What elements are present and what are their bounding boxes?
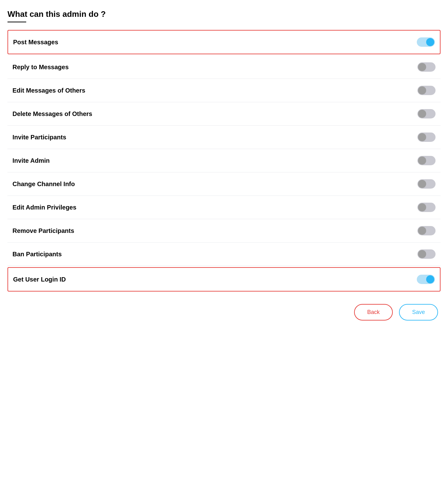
toggle-edit-admin-privileges[interactable] [417, 203, 436, 212]
toggle-remove-participants[interactable] [417, 226, 436, 235]
permission-item-edit-messages-of-others: Edit Messages of Others [7, 79, 441, 102]
permission-label-invite-participants: Invite Participants [12, 134, 66, 141]
toggle-edit-messages-of-others[interactable] [417, 86, 436, 95]
permission-item-get-user-login-id: Get User Login ID [7, 267, 441, 292]
footer-buttons: Back Save [7, 304, 441, 321]
permission-label-post-messages: Post Messages [13, 39, 58, 46]
back-button[interactable]: Back [354, 304, 393, 321]
permission-label-get-user-login-id: Get User Login ID [13, 276, 66, 283]
permission-item-invite-participants: Invite Participants [7, 126, 441, 149]
permission-item-reply-to-messages: Reply to Messages [7, 55, 441, 79]
toggle-post-messages[interactable] [417, 37, 435, 47]
toggle-delete-messages-of-others[interactable] [417, 109, 436, 118]
toggle-invite-admin[interactable] [417, 156, 436, 165]
permission-label-change-channel-info: Change Channel Info [12, 181, 75, 188]
toggle-ban-participants[interactable] [417, 249, 436, 259]
permission-item-change-channel-info: Change Channel Info [7, 172, 441, 196]
toggle-change-channel-info[interactable] [417, 179, 436, 189]
permission-label-delete-messages-of-others: Delete Messages of Others [12, 110, 92, 118]
permission-item-delete-messages-of-others: Delete Messages of Others [7, 102, 441, 126]
permission-item-post-messages: Post Messages [7, 30, 441, 54]
toggle-get-user-login-id[interactable] [417, 275, 435, 284]
page-title: What can this admin do ? [7, 9, 441, 19]
permission-label-invite-admin: Invite Admin [12, 157, 50, 164]
title-underline [7, 22, 26, 22]
save-button[interactable]: Save [399, 304, 438, 321]
permission-label-edit-admin-privileges: Edit Admin Privileges [12, 204, 76, 211]
permission-label-remove-participants: Remove Participants [12, 227, 74, 234]
toggle-reply-to-messages[interactable] [417, 62, 436, 72]
permission-label-edit-messages-of-others: Edit Messages of Others [12, 87, 85, 94]
permission-label-ban-participants: Ban Participants [12, 251, 62, 258]
permission-list: Post MessagesReply to MessagesEdit Messa… [7, 30, 441, 292]
permission-label-reply-to-messages: Reply to Messages [12, 64, 69, 71]
permission-item-invite-admin: Invite Admin [7, 149, 441, 172]
toggle-invite-participants[interactable] [417, 133, 436, 142]
permission-item-remove-participants: Remove Participants [7, 219, 441, 243]
permission-item-edit-admin-privileges: Edit Admin Privileges [7, 196, 441, 219]
permission-item-ban-participants: Ban Participants [7, 243, 441, 266]
